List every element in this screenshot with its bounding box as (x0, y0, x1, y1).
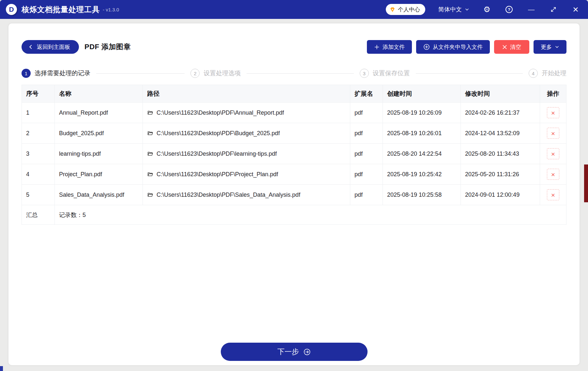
folder-icon[interactable] (147, 110, 153, 116)
main-panel: 返回到主面板 PDF 添加图章 添加文件 从文件夹中导入文件 (8, 23, 580, 365)
cell-created: 2025-08-19 10:25:58 (383, 185, 461, 205)
cell-index: 2 (22, 123, 55, 144)
maximize-icon (550, 6, 557, 13)
cell-path: C:\Users\11623\Desktop\PDF\Budget_2025.p… (143, 123, 350, 144)
import-from-folder-button[interactable]: 从文件夹中导入文件 (416, 40, 490, 54)
chevron-down-icon (465, 7, 469, 12)
cell-name: Project_Plan.pdf (55, 164, 143, 185)
cell-modified: 2025-08-20 11:34:43 (461, 144, 540, 164)
summary-value: 记录数：5 (55, 205, 566, 225)
cell-index: 3 (22, 144, 55, 164)
titlebar-controls: 个人中心 简体中文 ⚙ ? — (386, 4, 580, 15)
add-file-button[interactable]: 添加文件 (367, 40, 412, 54)
cell-action: × (540, 103, 566, 123)
titlebar: D 核烁文档批量处理工具 - v1.3.0 个人中心 简体中文 ⚙ (0, 0, 588, 19)
cell-created: 2025-08-20 14:22:54 (383, 144, 461, 164)
delete-x-icon: × (551, 109, 555, 116)
delete-row-button[interactable]: × (547, 107, 559, 118)
maximize-button[interactable] (549, 5, 558, 14)
header-modified: 修改时间 (461, 85, 540, 103)
user-center-button[interactable]: 个人中心 (386, 4, 425, 15)
step-number: 4 (529, 69, 538, 78)
user-center-label: 个人中心 (398, 6, 420, 13)
folder-icon[interactable] (147, 192, 153, 198)
file-row: 5 Sales_Data_Analysis.pdf C:\Users\11623… (22, 185, 566, 205)
cell-index: 5 (22, 185, 55, 205)
add-file-label: 添加文件 (383, 43, 405, 51)
more-button[interactable]: 更多 (534, 40, 566, 54)
folder-icon[interactable] (147, 171, 153, 177)
chevron-left-icon (28, 44, 33, 50)
files-table-body: 1 Annual_Report.pdf C:\Users\11623\Deskt… (22, 103, 566, 225)
step-number: 3 (360, 69, 369, 78)
clear-button[interactable]: 清空 (494, 40, 529, 54)
folder-icon[interactable] (147, 130, 153, 136)
step-number: 2 (190, 69, 200, 78)
header-ext: 扩展名 (350, 85, 383, 103)
file-path: C:\Users\11623\Desktop\PDF\Annual_Report… (157, 109, 284, 116)
minimize-button[interactable]: — (527, 5, 536, 14)
minimize-icon: — (528, 6, 535, 13)
delete-x-icon: × (551, 171, 555, 178)
close-icon: × (573, 5, 579, 14)
step-connector (96, 73, 185, 74)
step-item: 1 选择需要处理的记录 (22, 69, 190, 78)
cell-name: Budget_2025.pdf (55, 123, 143, 144)
plus-icon (374, 44, 380, 50)
cell-path: C:\Users\11623\Desktop\PDF\learning-tips… (143, 144, 350, 164)
step-label: 设置处理选项 (204, 69, 241, 78)
file-row: 1 Annual_Report.pdf C:\Users\11623\Deskt… (22, 103, 566, 123)
help-button[interactable]: ? (505, 5, 514, 14)
language-label: 简体中文 (438, 6, 462, 13)
gear-icon: ⚙ (483, 6, 490, 13)
cell-path: C:\Users\11623\Desktop\PDF\Project_Plan.… (143, 164, 350, 185)
page-title: PDF 添加图章 (84, 42, 131, 52)
header-path: 路径 (143, 85, 350, 103)
folder-icon[interactable] (147, 151, 153, 157)
cell-ext: pdf (350, 185, 383, 205)
step-label: 设置保存位置 (373, 69, 410, 78)
settings-button[interactable]: ⚙ (482, 5, 491, 14)
delete-row-button[interactable]: × (547, 189, 559, 200)
more-label: 更多 (541, 43, 552, 51)
logo-letter: D (9, 6, 14, 13)
import-from-folder-label: 从文件夹中导入文件 (433, 43, 483, 51)
step-label: 开始处理 (542, 69, 566, 78)
cell-name: Sales_Data_Analysis.pdf (55, 185, 143, 205)
step-connector (247, 73, 354, 74)
cell-created: 2025-08-19 10:26:01 (383, 123, 461, 144)
step-connector (416, 73, 523, 74)
file-path: C:\Users\11623\Desktop\PDF\Project_Plan.… (157, 171, 278, 178)
files-table: 序号 名称 路径 扩展名 创建时间 修改时间 操作 1 Annual_Repor… (22, 85, 566, 225)
cell-ext: pdf (350, 144, 383, 164)
delete-row-button[interactable]: × (547, 169, 559, 180)
cell-modified: 2024-09-01 12:00:49 (461, 185, 540, 205)
next-step-button[interactable]: 下一步 (221, 343, 368, 361)
app-version: - v1.3.0 (103, 7, 119, 12)
file-row: 4 Project_Plan.pdf C:\Users\11623\Deskto… (22, 164, 566, 185)
cell-name: Annual_Report.pdf (55, 103, 143, 123)
next-step-label: 下一步 (278, 347, 299, 357)
chevron-down-icon (555, 45, 559, 49)
cell-name: learning-tips.pdf (55, 144, 143, 164)
back-to-dashboard-button[interactable]: 返回到主面板 (22, 40, 79, 54)
file-row: 3 learning-tips.pdf C:\Users\11623\Deskt… (22, 144, 566, 164)
step-number: 1 (22, 69, 31, 78)
arrow-right-circle-icon (303, 348, 311, 356)
cell-modified: 2024-12-04 13:52:09 (461, 123, 540, 144)
delete-row-button[interactable]: × (547, 128, 559, 139)
delete-row-button[interactable]: × (547, 148, 559, 159)
toolbar: 返回到主面板 PDF 添加图章 添加文件 从文件夹中导入文件 (22, 40, 566, 54)
language-selector[interactable]: 简体中文 (438, 6, 469, 13)
cell-index: 4 (22, 164, 55, 185)
cell-index: 1 (22, 103, 55, 123)
step-item: 4 开始处理 (529, 69, 566, 78)
step-item: 3 设置保存位置 (360, 69, 529, 78)
files-table-header: 序号 名称 路径 扩展名 创建时间 修改时间 操作 (22, 85, 566, 103)
cell-ext: pdf (350, 103, 383, 123)
app-logo-icon: D (6, 4, 17, 15)
close-button[interactable]: × (571, 5, 580, 14)
clear-label: 清空 (510, 43, 521, 51)
header-name: 名称 (55, 85, 143, 103)
summary-row: 汇总 记录数：5 (22, 205, 566, 225)
